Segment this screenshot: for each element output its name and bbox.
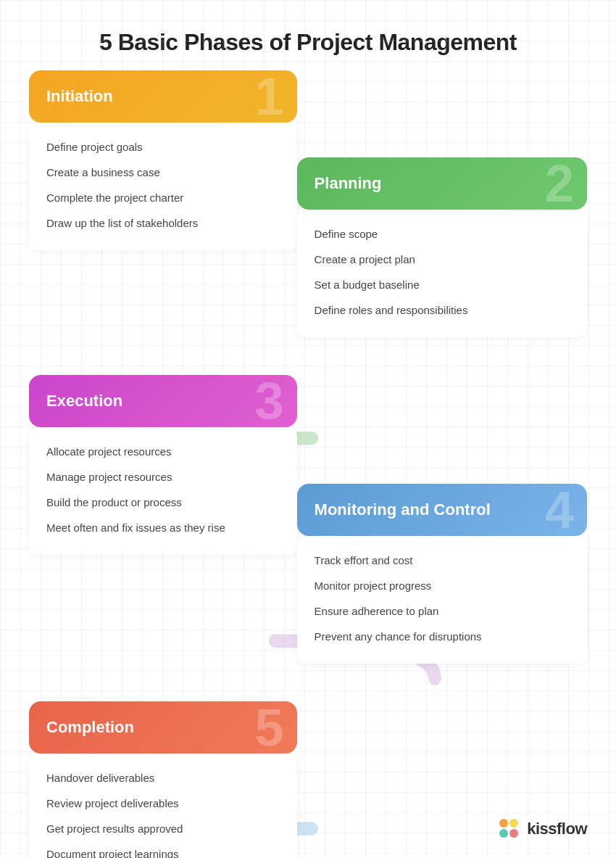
waterfall-layout: Initiation 1 Define project goals Create…: [29, 70, 587, 858]
page-title: 5 Basic Phases of Project Management: [0, 0, 616, 70]
list-item: Monitor project progress: [315, 573, 570, 598]
phase-execution-header: Execution 3: [29, 375, 297, 427]
phase-planning-header: Planning 2: [297, 157, 587, 210]
phase-completion-label: Completion: [46, 718, 134, 737]
phase-planning-label: Planning: [315, 174, 382, 193]
svg-point-0: [499, 819, 508, 828]
list-item: Set a budget baseline: [315, 272, 570, 297]
phase-initiation: Initiation 1 Define project goals Create…: [29, 70, 297, 250]
list-item: Define project goals: [46, 134, 280, 160]
list-item: Define roles and responsibilities: [315, 297, 570, 323]
list-item: Create a project plan: [315, 247, 570, 272]
list-item: Meet often and fix issues as they rise: [46, 515, 280, 540]
phase-completion: Completion 5 Handover deliverables Revie…: [29, 701, 297, 858]
phase-monitoring-label: Monitoring and Control: [315, 500, 491, 519]
phase-initiation-items: Define project goals Create a business c…: [29, 123, 297, 250]
list-item: Build the product or process: [46, 490, 280, 515]
list-item: Allocate project resources: [46, 439, 280, 464]
phase-planning-number: 2: [545, 157, 574, 210]
phase-execution-label: Execution: [46, 392, 122, 411]
phase-execution-items: Allocate project resources Manage projec…: [29, 427, 297, 555]
phase-initiation-label: Initiation: [46, 87, 113, 106]
phase-completion-header: Completion 5: [29, 701, 297, 754]
svg-point-1: [509, 819, 518, 828]
phase-monitoring-items: Track effort and cost Monitor project pr…: [297, 536, 587, 664]
phase-initiation-header: Initiation 1: [29, 70, 297, 123]
logo-icon: [498, 817, 521, 841]
kissflow-logo: kissflow: [498, 817, 587, 841]
list-item: Create a business case: [46, 160, 280, 185]
phase-monitoring: Monitoring and Control 4 Track effort an…: [297, 484, 587, 664]
phase-execution-number: 3: [255, 375, 284, 427]
phase-monitoring-header: Monitoring and Control 4: [297, 484, 587, 536]
list-item: Get project results approved: [46, 816, 280, 841]
list-item: Handover deliverables: [46, 765, 280, 791]
list-item: Ensure adherence to plan: [315, 598, 570, 624]
phase-initiation-number: 1: [255, 70, 284, 123]
list-item: Define scope: [315, 221, 570, 247]
list-item: Document project learnings: [46, 841, 280, 858]
phase-planning: Planning 2 Define scope Create a project…: [297, 157, 587, 337]
phase-completion-number: 5: [255, 701, 284, 754]
svg-point-3: [509, 829, 518, 838]
list-item: Draw up the list of stakeholders: [46, 210, 280, 236]
phase-execution: Execution 3 Allocate project resources M…: [29, 375, 297, 555]
list-item: Manage project resources: [46, 464, 280, 490]
phase-completion-items: Handover deliverables Review project del…: [29, 754, 297, 858]
list-item: Prevent any chance for disruptions: [315, 624, 570, 649]
list-item: Track effort and cost: [315, 548, 570, 573]
logo-text: kissflow: [527, 820, 587, 838]
phase-monitoring-number: 4: [545, 484, 574, 536]
list-item: Review project deliverables: [46, 791, 280, 816]
svg-point-2: [499, 829, 508, 838]
list-item: Complete the project charter: [46, 185, 280, 210]
phase-planning-items: Define scope Create a project plan Set a…: [297, 210, 587, 337]
